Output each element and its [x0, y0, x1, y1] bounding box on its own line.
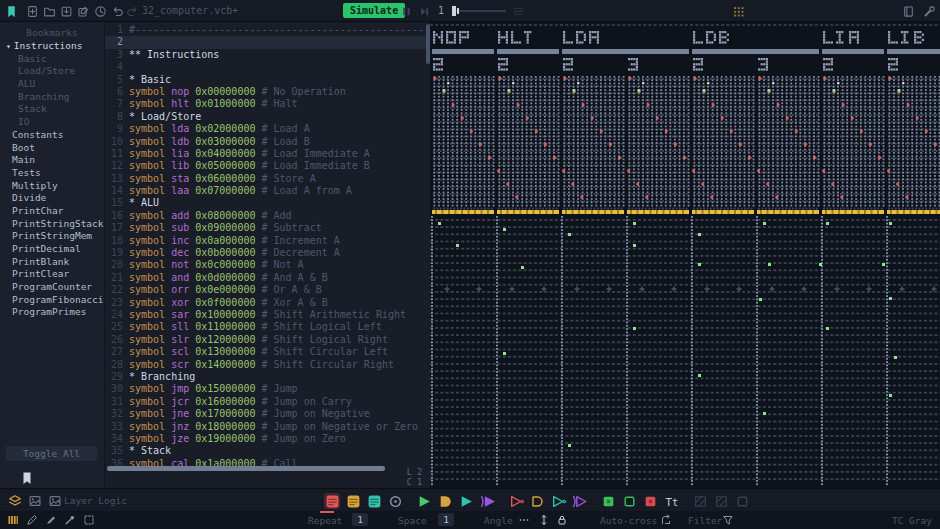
image-icon-1[interactable]: [27, 493, 43, 509]
code-line[interactable]: 28symbol scr 0x14000000 # Shift Circular…: [105, 359, 430, 371]
sidebar-item-printclear[interactable]: PrintClear: [0, 268, 104, 281]
code-line[interactable]: 29* Branching: [105, 371, 430, 383]
code-line[interactable]: 17symbol sub 0x09000000 # Subtract: [105, 222, 430, 234]
brush-size-icon[interactable]: [7, 514, 19, 526]
filter-icon[interactable]: [722, 514, 734, 526]
code-line[interactable]: 22symbol orr 0x0e000000 # Or A & B: [105, 284, 430, 296]
save-icon[interactable]: [60, 5, 74, 19]
code-line[interactable]: 20symbol not 0x0c000000 # Not A: [105, 259, 430, 271]
tick-rate-slider[interactable]: [452, 5, 506, 17]
sidebar-item-boot[interactable]: Boot: [0, 142, 104, 155]
or-gate-tool[interactable]: [458, 493, 474, 509]
pause-icon[interactable]: [400, 5, 414, 19]
angle-updown-icon[interactable]: [538, 514, 550, 526]
bookmarks-toggle-icon[interactable]: [5, 5, 19, 19]
nand-gate-tool[interactable]: [529, 493, 545, 509]
code-line[interactable]: 19symbol dec 0x0b000000 # Decrement A: [105, 247, 430, 259]
buffer-gate-tool[interactable]: [416, 493, 432, 509]
code-line[interactable]: 35* Stack: [105, 445, 430, 457]
simulate-button[interactable]: Simulate: [343, 3, 405, 18]
code-line[interactable]: 16symbol add 0x08000000 # Add: [105, 210, 430, 222]
angle-presets-icon[interactable]: [518, 514, 530, 526]
undo-icon[interactable]: [111, 5, 125, 19]
pencil-tool[interactable]: [26, 514, 38, 526]
code-line[interactable]: 24symbol sar 0x10000000 # Shift Arithmet…: [105, 309, 430, 321]
select-tool[interactable]: [83, 514, 95, 526]
code-editor[interactable]: 1#--------------------------------------…: [105, 22, 430, 488]
sidebar-item-printchar[interactable]: PrintChar: [0, 205, 104, 218]
code-line[interactable]: 15* ALU: [105, 197, 430, 209]
open-file-icon[interactable]: [43, 5, 57, 19]
code-line[interactable]: 33symbol jnz 0x18000000 # Jump on Negati…: [105, 421, 430, 433]
code-line[interactable]: 1#--------------------------------------…: [105, 24, 430, 36]
grid-icon[interactable]: [732, 5, 746, 19]
code-line[interactable]: 34symbol jze 0x19000000 # Jump on Zero: [105, 433, 430, 445]
settings-wrench-icon[interactable]: [923, 5, 937, 19]
editor-hscrollbar[interactable]: [107, 466, 385, 471]
sidebar-item-instructions[interactable]: ▾Instructions: [0, 40, 104, 53]
wire-tool[interactable]: [324, 493, 340, 509]
crossing-tool[interactable]: [387, 493, 403, 509]
bundle-tool[interactable]: [345, 493, 361, 509]
sidebar-item-alu[interactable]: ALU: [0, 78, 104, 91]
blueprint-tool[interactable]: [692, 493, 708, 509]
and-gate-tool[interactable]: [437, 493, 453, 509]
xnor-gate-tool[interactable]: [571, 493, 587, 509]
sidebar-item-programprimes[interactable]: ProgramPrimes: [0, 306, 104, 319]
code-line[interactable]: 25symbol sll 0x11000000 # Shift Logical …: [105, 321, 430, 333]
save-as-icon[interactable]: [77, 5, 91, 19]
history-icon[interactable]: [94, 5, 108, 19]
not-gate-tool[interactable]: [508, 493, 524, 509]
auto-cross-icon[interactable]: [660, 514, 672, 526]
code-line[interactable]: 26symbol slr 0x12000000 # Shift Logical …: [105, 334, 430, 346]
sidebar-item-constants[interactable]: Constants: [0, 129, 104, 142]
code-line[interactable]: 5* Basic: [105, 74, 430, 86]
sidebar-item-printstringstack[interactable]: PrintStringStack: [0, 218, 104, 231]
circuit-board[interactable]: [430, 22, 940, 488]
code-line[interactable]: 32symbol jne 0x17000000 # Jump on Negati…: [105, 408, 430, 420]
xor-gate-tool[interactable]: [479, 493, 495, 509]
sidebar-item-tests[interactable]: Tests: [0, 167, 104, 180]
nor-gate-tool[interactable]: [550, 493, 566, 509]
code-line[interactable]: 14symbol laa 0x07000000 # Load A from A: [105, 185, 430, 197]
code-line[interactable]: 10symbol ldb 0x03000000 # Load B: [105, 136, 430, 148]
fill-tool[interactable]: [45, 514, 57, 526]
text-tool[interactable]: Tt: [663, 493, 679, 509]
mask-tool[interactable]: [713, 493, 729, 509]
new-file-icon[interactable]: [26, 5, 40, 19]
code-line[interactable]: 21symbol and 0x0d000000 # And A & B: [105, 272, 430, 284]
sidebar-item-load-store[interactable]: Load/Store: [0, 65, 104, 78]
latch-outline-tool[interactable]: [621, 493, 637, 509]
code-line[interactable]: 23symbol xor 0x0f000000 # Xor A & B: [105, 297, 430, 309]
repeat-value[interactable]: 1: [352, 513, 368, 526]
sidebar-item-printdecimal[interactable]: PrintDecimal: [0, 243, 104, 256]
code-line[interactable]: 12symbol lib 0x05000000 # Load Immediate…: [105, 160, 430, 172]
sidebar-item-basic[interactable]: Basic: [0, 53, 104, 66]
layer-stack-icon[interactable]: [7, 493, 23, 509]
code-line[interactable]: 2: [105, 36, 430, 48]
code-line[interactable]: 3** Instructions: [105, 49, 430, 61]
sidebar-item-programfibonacci[interactable]: ProgramFibonacci: [0, 294, 104, 307]
sidebar-item-branching[interactable]: Branching: [0, 91, 104, 104]
sidebar-item-programcounter[interactable]: ProgramCounter: [0, 281, 104, 294]
sidebar-item-printblank[interactable]: PrintBlank: [0, 256, 104, 269]
space-value[interactable]: 1: [438, 513, 454, 526]
step-icon[interactable]: [418, 5, 432, 19]
slider-handle[interactable]: [452, 6, 456, 16]
sidebar-item-main[interactable]: Main: [0, 154, 104, 167]
library-icon[interactable]: [902, 5, 916, 19]
code-line[interactable]: 4: [105, 61, 430, 73]
sidebar-item-printstringmem[interactable]: PrintStringMem: [0, 230, 104, 243]
sidebar-item-stack[interactable]: Stack: [0, 103, 104, 116]
code-line[interactable]: 6symbol nop 0x00000000 # No Operation: [105, 86, 430, 98]
flipflop-tool[interactable]: [642, 493, 658, 509]
code-line[interactable]: 31symbol jcr 0x16000000 # Jump on Carry: [105, 396, 430, 408]
eyedropper-tool[interactable]: [64, 514, 76, 526]
code-line[interactable]: 8* Load/Store: [105, 111, 430, 123]
area-tool[interactable]: [734, 493, 750, 509]
code-line[interactable]: 18symbol inc 0x0a000000 # Increment A: [105, 235, 430, 247]
toggle-all-button[interactable]: Toggle All: [6, 446, 97, 461]
sidebar-item-multiply[interactable]: Multiply: [0, 180, 104, 193]
sidebar-item-divide[interactable]: Divide: [0, 192, 104, 205]
code-line[interactable]: 13symbol sta 0x06000000 # Store A: [105, 173, 430, 185]
